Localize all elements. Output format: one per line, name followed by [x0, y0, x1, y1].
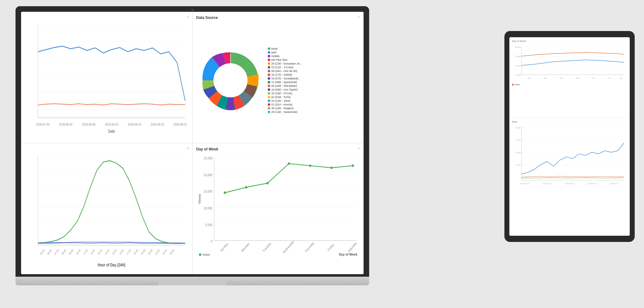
laptop: ⤢ — [16, 6, 369, 285]
tablet-legend-kiosk: kiosk — [515, 83, 520, 86]
svg-text:2018-08-10: 2018-08-10 — [105, 122, 119, 126]
svg-text:Sat: Sat — [619, 77, 623, 79]
svg-text:2018-08-22: 2018-08-22 — [174, 122, 187, 126]
svg-point-64 — [288, 162, 290, 165]
laptop-screen-outer: ⤢ — [16, 6, 369, 277]
day-of-week-x-label: Day of Week — [339, 253, 357, 256]
tablet-panel-top: Day of Week 20,000 15, — [509, 37, 630, 118]
svg-text:Saturday: Saturday — [347, 241, 357, 253]
svg-text:08:00: 08:00 — [61, 248, 67, 255]
expand-icon-bottom-right[interactable]: ⤢ — [358, 146, 360, 150]
svg-text:Friday: Friday — [327, 243, 334, 252]
tablet-outer: Day of Week 20,000 15, — [504, 31, 635, 242]
svg-text:2018-08-18: 2018-08-18 — [588, 183, 597, 185]
svg-text:10:00: 10:00 — [76, 248, 81, 255]
day-of-week-legend-views: Views — [203, 253, 210, 256]
svg-text:5,000: 5,000 — [205, 223, 212, 226]
svg-text:20:00: 20:00 — [148, 248, 153, 255]
svg-text:Tue: Tue — [560, 77, 563, 79]
expand-icon-bottom-left[interactable]: ⤢ — [186, 146, 189, 150]
svg-text:19:00: 19:00 — [141, 248, 146, 255]
svg-text:15:00: 15:00 — [112, 248, 117, 255]
svg-text:Date: Date — [108, 129, 115, 134]
svg-text:Sunday: Sunday — [219, 242, 228, 252]
svg-text:2018-08-14: 2018-08-14 — [128, 122, 141, 126]
svg-text:18:00: 18:00 — [133, 248, 139, 255]
svg-text:10,000: 10,000 — [516, 152, 521, 154]
svg-text:Wednesday: Wednesday — [282, 239, 294, 253]
svg-text:17:00: 17:00 — [126, 248, 132, 255]
tablet-panel-bottom: Date — [509, 118, 630, 236]
svg-text:06:00: 06:00 — [47, 248, 52, 255]
laptop-camera — [191, 9, 194, 11]
svg-text:Thu: Thu — [592, 77, 595, 79]
svg-text:Monday: Monday — [241, 242, 250, 252]
svg-point-66 — [330, 166, 333, 169]
svg-point-65 — [309, 164, 311, 167]
svg-text:16:00: 16:00 — [119, 248, 124, 255]
panel-bottom-left: ⤢ — [21, 143, 192, 275]
svg-text:14:00: 14:00 — [105, 248, 110, 255]
svg-point-62 — [245, 186, 247, 188]
svg-text:5,000: 5,000 — [517, 164, 521, 166]
svg-text:2018-08-06: 2018-08-06 — [82, 122, 96, 126]
svg-text:09:00: 09:00 — [69, 248, 74, 255]
panel-bottom-right: ⤢ Day of Week — [193, 143, 364, 275]
svg-text:Tuesday: Tuesday — [262, 241, 272, 253]
day-of-week-title: Day of Week — [196, 147, 360, 151]
laptop-base — [158, 280, 226, 285]
svg-text:20,000: 20,000 — [515, 46, 521, 48]
svg-text:12:00: 12:00 — [90, 248, 96, 255]
svg-text:11:00: 11:00 — [83, 248, 88, 255]
tablet-day-of-week-title: Day of Week — [512, 40, 627, 42]
tablet-screen: Day of Week 20,000 15, — [509, 37, 630, 236]
expand-icon-top-right[interactable]: ⤢ — [358, 15, 360, 19]
tablet-date-title: Date — [512, 120, 627, 123]
svg-text:Sun: Sun — [528, 77, 531, 79]
laptop-body — [16, 277, 369, 285]
panel-top-right: ⤢ Data Source — [193, 12, 364, 143]
svg-text:2018-08-12: 2018-08-12 — [543, 183, 552, 185]
svg-text:15,000: 15,000 — [515, 55, 521, 57]
svg-text:15,000: 15,000 — [203, 190, 212, 193]
tablet: Day of Week 20,000 15, — [504, 31, 635, 242]
svg-text:25,000: 25,000 — [203, 156, 212, 160]
svg-point-63 — [266, 182, 268, 184]
svg-text:Mon: Mon — [543, 77, 547, 79]
svg-text:Wed: Wed — [576, 77, 580, 79]
svg-text:13:00: 13:00 — [97, 248, 103, 255]
svg-point-61 — [224, 191, 226, 194]
svg-text:07:00: 07:00 — [54, 248, 60, 255]
svg-text:Fri: Fri — [609, 77, 611, 79]
svg-text:0: 0 — [211, 239, 212, 243]
svg-text:15,000: 15,000 — [516, 139, 521, 141]
data-source-title: Data Source — [196, 16, 360, 20]
svg-text:2018-08-21: 2018-08-21 — [610, 183, 619, 185]
data-source-legend: kiosk web mobile DD Plus Test 26 (13D - … — [268, 47, 302, 114]
svg-text:22:00: 22:00 — [162, 248, 168, 255]
svg-text:20,000: 20,000 — [516, 127, 521, 129]
svg-text:2018-08-18: 2018-08-18 — [151, 122, 164, 126]
svg-text:2018-08-04: 2018-08-04 — [520, 183, 529, 185]
laptop-screen: ⤢ — [21, 12, 364, 274]
svg-text:21:00: 21:00 — [155, 248, 160, 255]
svg-text:2018-07-30: 2018-07-30 — [36, 122, 50, 126]
svg-text:2018-08-15: 2018-08-15 — [565, 183, 574, 185]
scene: ⤢ — [0, 0, 644, 308]
svg-text:10,000: 10,000 — [203, 206, 212, 210]
svg-text:Thursday: Thursday — [304, 241, 315, 253]
svg-point-67 — [352, 164, 354, 167]
panel-top-left: ⤢ — [21, 12, 192, 143]
svg-text:5,000: 5,000 — [516, 74, 521, 76]
svg-text:Views: Views — [198, 194, 201, 204]
svg-text:Hour of Day (24H): Hour of Day (24H) — [98, 262, 125, 267]
svg-text:05:00: 05:00 — [40, 248, 45, 255]
svg-text:23:00: 23:00 — [169, 248, 175, 255]
svg-text:20,000: 20,000 — [203, 173, 212, 177]
svg-text:2018-08-02: 2018-08-02 — [59, 122, 72, 126]
expand-icon-top-left[interactable]: ⤢ — [186, 15, 189, 19]
svg-text:10,000: 10,000 — [515, 65, 521, 67]
